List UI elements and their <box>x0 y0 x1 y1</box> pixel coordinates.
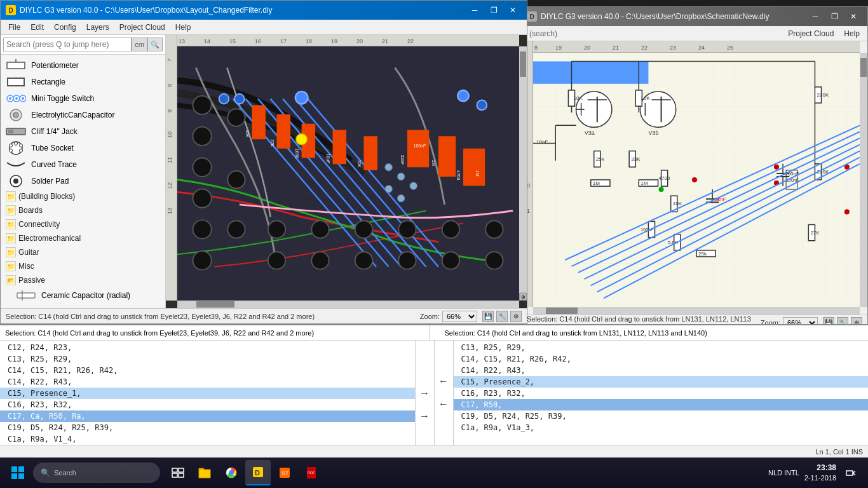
right-menu-help[interactable]: Help <box>839 28 865 39</box>
component-curved-trace[interactable]: Curved Trace <box>1 156 165 173</box>
right-list-row: C14, C15, R21, R26, R42, <box>454 353 869 365</box>
zoom-fit-button[interactable]: ⊕ <box>519 293 527 301</box>
split-content: C12, R24, R23, C13, R25, R29, C14, C15, … <box>0 341 868 445</box>
svg-point-73 <box>398 220 416 238</box>
svg-text:15: 15 <box>229 38 236 44</box>
pcb-canvas-area[interactable]: 13 14 15 16 17 18 19 20 21 22 7 8 9 <box>166 35 527 308</box>
curved-trace-icon <box>6 158 26 171</box>
svg-text:9: 9 <box>166 109 173 112</box>
taskbar-app-task-view[interactable] <box>165 460 191 485</box>
category-misc[interactable]: 📁 Misc <box>1 259 165 273</box>
zoom-control: Zoom: 66% 50% 75% 100% <box>420 311 477 322</box>
vertical-scrollbar[interactable]: ▼ ⊕ <box>519 46 527 301</box>
svg-point-83 <box>397 173 405 180</box>
svg-point-70 <box>268 220 285 238</box>
right-close-button[interactable]: ✕ <box>844 8 862 25</box>
right-v-scroll-thumb[interactable] <box>860 58 867 77</box>
search-button[interactable]: 🔍 <box>147 37 163 51</box>
taskbar-app-pdf[interactable]: PDF <box>299 460 324 485</box>
category-building-blocks[interactable]: 📁 (Building Blocks) <box>1 189 165 203</box>
status-icon-2[interactable]: 🔧 <box>496 311 508 322</box>
component-solder-pad[interactable]: Solder Pad <box>1 173 165 189</box>
component-mini-toggle-switch[interactable]: Mini Toggle Switch <box>1 90 165 107</box>
svg-text:20: 20 <box>356 38 363 44</box>
right-h-scroll-thumb[interactable] <box>546 308 578 314</box>
search-icon: 🔍 <box>41 468 50 477</box>
category-guitar[interactable]: 📁 Guitar <box>1 245 165 259</box>
menu-layers[interactable]: Layers <box>81 22 114 33</box>
notification-button[interactable] <box>841 460 860 485</box>
schematic-canvas[interactable]: V3a V3b 10K <box>533 53 860 307</box>
svg-point-64 <box>193 189 211 207</box>
svg-rect-193 <box>172 473 177 477</box>
ln-status-bar: Ln 1, Col 1 INS <box>0 445 868 458</box>
status-icon-1[interactable]: 💾 <box>482 311 494 322</box>
list-row: C19, D5, R24, R25, R39, <box>0 422 415 433</box>
category-boards[interactable]: 📁 Boards <box>1 203 165 217</box>
right-list-row-c17: C17, R50, <box>454 399 869 410</box>
svg-point-14 <box>15 142 18 146</box>
component-rectangle[interactable]: Rectangle <box>1 74 165 90</box>
component-potentiometer[interactable]: Potentiometer <box>1 57 165 74</box>
left-minimize-button[interactable]: ─ <box>466 1 484 19</box>
search-input[interactable] <box>3 37 132 51</box>
left-restore-button[interactable]: ❐ <box>485 1 503 19</box>
status-icon-3[interactable]: ⊕ <box>510 311 522 322</box>
right-restore-button[interactable]: ❐ <box>825 8 843 25</box>
h-scroll-thumb[interactable] <box>196 301 234 308</box>
tray-locale: NLD INTL <box>768 469 799 477</box>
svg-point-3 <box>9 97 11 100</box>
right-menu-project-cloud[interactable]: Project Cloud <box>783 28 839 39</box>
svg-text:7: 7 <box>166 58 173 62</box>
menu-help[interactable]: Help <box>170 22 196 33</box>
svg-point-17 <box>10 149 13 152</box>
svg-text:18: 18 <box>306 38 312 44</box>
solder-pad-label: Solder Pad <box>31 177 69 186</box>
left-netlist[interactable]: C12, R24, R23, C13, R25, R29, C14, C15, … <box>0 341 416 445</box>
electromechanical-folder-icon: 📁 <box>6 233 16 243</box>
bottom-right-status: Selection: C14 (hold Ctrl and drag to un… <box>430 325 869 340</box>
right-netlist[interactable]: C13, R25, R29, C14, C15, R21, R26, R42, … <box>454 341 869 445</box>
toggle-switch-icon <box>6 92 26 105</box>
taskbar-app-sublime[interactable]: ST <box>272 460 297 485</box>
menu-config[interactable]: Config <box>49 22 81 33</box>
pcb-canvas[interactable]: 10K 27K 100K 10uF 10K 22nF 1M 4700 1M 10… <box>177 46 519 301</box>
svg-rect-50 <box>333 130 347 165</box>
svg-point-161 <box>692 177 697 182</box>
svg-text:19: 19 <box>555 44 562 51</box>
v-scroll-thumb[interactable] <box>520 51 526 77</box>
component-cliff-jack[interactable]: Cliff 1/4" Jack <box>1 123 165 140</box>
category-passive[interactable]: 📂 Passive <box>1 273 165 287</box>
schematic-canvas-area[interactable]: 8 19 20 21 22 23 24 25 5 6 7 8 9 10 11 <box>522 41 867 315</box>
svg-text:10: 10 <box>166 132 173 138</box>
menu-project-cloud[interactable]: Project Cloud <box>114 22 170 33</box>
right-horizontal-scrollbar[interactable] <box>533 307 860 315</box>
left-close-button[interactable]: ✕ <box>504 1 522 19</box>
start-button[interactable] <box>3 460 33 485</box>
left-menubar: File Edit Config Layers Project Cloud He… <box>1 20 527 35</box>
right-minimize-button[interactable]: ─ <box>806 8 824 25</box>
arrow-left-c17: ← <box>438 398 449 410</box>
svg-text:17: 17 <box>280 38 287 44</box>
category-electromechanical[interactable]: 📁 Electromechanical <box>1 231 165 245</box>
zoom-select[interactable]: 66% 50% 75% 100% <box>442 311 477 322</box>
svg-text:4700: 4700 <box>456 170 461 180</box>
menu-file[interactable]: File <box>3 22 25 33</box>
svg-point-84 <box>410 182 417 190</box>
component-ceramic-cap[interactable]: Ceramic Capacitor (radial) <box>1 287 165 304</box>
taskbar-search[interactable]: 🔍 Search <box>33 463 160 483</box>
component-electrolytic[interactable]: ElectrolyticCanCapacitor <box>1 107 165 123</box>
menu-edit[interactable]: Edit <box>25 22 49 33</box>
svg-text:220K: 220K <box>817 92 829 98</box>
horizontal-scrollbar[interactable] <box>177 301 519 308</box>
taskbar-app-diylc[interactable]: D <box>245 460 271 485</box>
curved-trace-label: Curved Trace <box>31 160 77 169</box>
component-tube-socket[interactable]: Tube Socket <box>1 140 165 156</box>
category-connectivity[interactable]: 📁 Connectivity <box>1 217 165 231</box>
right-vertical-scrollbar[interactable] <box>860 53 867 307</box>
svg-text:100nF: 100nF <box>414 144 426 148</box>
svg-text:10K: 10K <box>673 201 682 207</box>
building-blocks-folder-icon: 📁 <box>6 191 16 201</box>
taskbar-app-file-explorer[interactable] <box>192 460 217 485</box>
taskbar-app-chrome[interactable] <box>219 460 244 485</box>
